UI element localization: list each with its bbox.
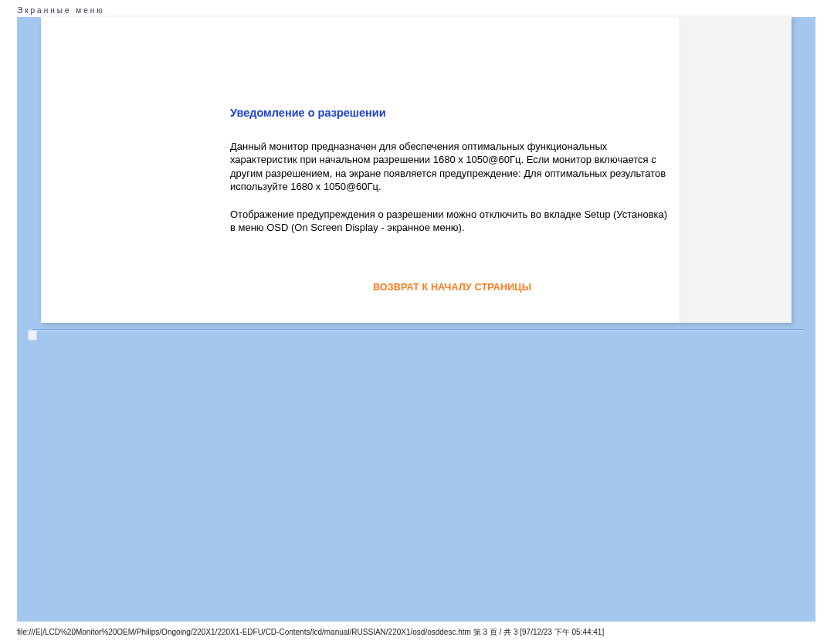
right-margin-strip	[680, 17, 792, 323]
paragraph-2: Отображение предупреждения о разрешении …	[230, 208, 674, 235]
footer-path: file:///E|/LCD%20Monitor%20OEM/Philips/O…	[17, 627, 604, 638]
horizontal-rule	[32, 329, 805, 330]
back-to-top-link[interactable]: ВОЗВРАТ К НАЧАЛУ СТРАНИЦЫ	[230, 281, 674, 294]
page-title: Экранные меню	[17, 6, 105, 15]
section-heading: Уведомление о разрешении	[230, 106, 674, 121]
page-background: Уведомление о разрешении Данный монитор …	[17, 17, 815, 622]
content-body: Уведомление о разрешении Данный монитор …	[230, 106, 674, 294]
content-column: Уведомление о разрешении Данный монитор …	[41, 17, 792, 323]
paragraph-1: Данный монитор предназначен для обеспече…	[230, 140, 674, 194]
page-marker-icon	[28, 330, 37, 341]
